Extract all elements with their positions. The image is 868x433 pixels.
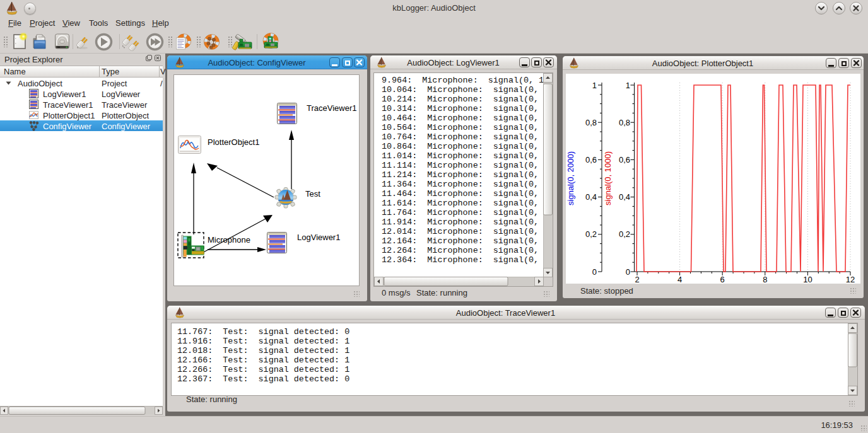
svg-text:1: 1 [626,81,630,90]
svg-text:0,2: 0,2 [619,229,630,239]
svg-text:8: 8 [763,275,767,284]
svg-text:0,6: 0,6 [619,155,630,165]
svg-text:0,2: 0,2 [585,229,597,239]
svg-text:4: 4 [677,275,682,284]
svg-text:1: 1 [592,81,597,90]
svg-text:0,4: 0,4 [585,192,597,202]
svg-text:signal(0, 1000): signal(0, 1000) [603,151,613,205]
svg-text:0,8: 0,8 [619,118,630,127]
svg-text:0,8: 0,8 [585,118,597,127]
svg-text:0,6: 0,6 [585,155,597,165]
svg-text:12: 12 [846,275,855,284]
svg-text:0: 0 [592,267,597,277]
svg-text:0,4: 0,4 [619,192,630,202]
svg-text:signal(0, 2000): signal(0, 2000) [566,151,575,205]
svg-text:0: 0 [626,267,630,277]
svg-text:2: 2 [635,275,639,284]
svg-text:6: 6 [720,275,725,284]
svg-text:10: 10 [803,275,812,284]
